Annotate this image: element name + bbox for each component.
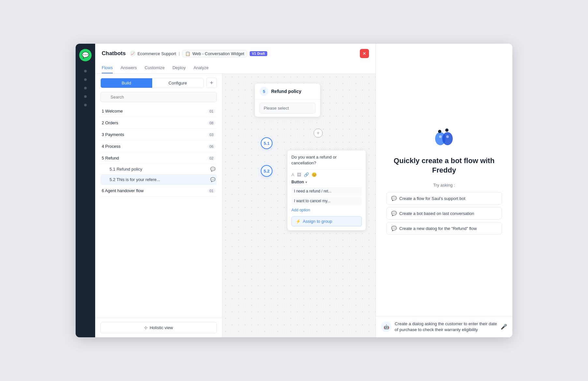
sub-item-name: 5.2 This is for your refere...	[110, 177, 160, 182]
chat-message: Do you want a refund or cancellation?	[291, 154, 362, 166]
breadcrumb-label-2: Web - Conversation Widget	[192, 51, 244, 56]
close-button[interactable]: ✕	[360, 49, 369, 58]
option-1[interactable]: I need a refund / ret...	[291, 187, 362, 195]
search-input[interactable]	[100, 92, 217, 102]
svg-point-4	[439, 135, 442, 138]
node-body: Please select	[255, 99, 320, 117]
flow-item-orders[interactable]: 2 Orders 08	[100, 117, 217, 129]
ecommerce-icon: 📈	[130, 51, 136, 56]
flow-list: 1 Welcome 01 2 Orders 08 3	[95, 105, 222, 318]
flow-item-badge: 01	[208, 189, 215, 193]
svg-point-1	[442, 132, 453, 145]
nav-item-4[interactable]	[84, 95, 87, 98]
node-number: 5	[259, 87, 269, 96]
suggestion-icon-2: 💬	[391, 211, 397, 216]
option-2[interactable]: I want to cancel my...	[291, 197, 362, 205]
tab-answers[interactable]: Answers	[121, 63, 137, 73]
flow-item-name: 3 Payments	[102, 132, 124, 137]
add-flow-button[interactable]: +	[206, 78, 217, 88]
sub-item-name: 5.1 Refund policy	[110, 167, 142, 172]
app-logo[interactable]: 💬	[79, 49, 92, 61]
tab-customize[interactable]: Customize	[145, 63, 165, 73]
add-option-button[interactable]: Add option	[291, 206, 362, 214]
breadcrumb-item-1[interactable]: 📈 Ecommerce Support	[130, 51, 176, 56]
ai-footer-text: Create a dialog asking the customer to e…	[395, 321, 497, 333]
tab-analyze[interactable]: Analyze	[194, 63, 209, 73]
mic-button[interactable]: 🎤	[501, 324, 507, 330]
search-wrapper: 🔍	[95, 92, 222, 105]
breadcrumb: 📈 Ecommerce Support | 📋 Web - Conversati…	[130, 50, 267, 57]
sub-item-5-1[interactable]: 5.1 Refund policy 💬	[100, 164, 217, 175]
node-5-2-label[interactable]: 5.2	[261, 165, 272, 177]
nav-item-2[interactable]	[84, 78, 87, 81]
tab-deploy[interactable]: Deploy	[172, 63, 185, 73]
assign-label: Assign to group	[303, 219, 332, 224]
assign-to-group-button[interactable]: ⚡ Assign to group	[291, 216, 362, 226]
page-title: Chatbots	[102, 50, 126, 57]
node-5-1-label[interactable]: 5.1	[261, 137, 272, 149]
ai-footer-bot-icon: 🤖	[381, 322, 391, 332]
flow-item-badge: 08	[208, 121, 215, 125]
build-button[interactable]: Build	[101, 78, 152, 88]
flow-item-name: 5 Refund	[102, 156, 119, 160]
flow-item-agent-handover[interactable]: 6 Agent handover flow 01	[100, 185, 217, 197]
svg-point-2	[438, 130, 441, 133]
flow-item-name: 4 Process	[102, 144, 121, 149]
link-icon[interactable]: 🔗	[304, 172, 309, 177]
draft-status: Draft	[257, 52, 265, 55]
ai-try-asking: Try asking :	[433, 183, 455, 188]
sub-node-5-2: 5.2	[261, 165, 272, 177]
dropdown-arrow[interactable]: ▾	[305, 180, 307, 184]
nav-item-1[interactable]	[84, 70, 87, 72]
sidebar-footer: ⊹ Holistic view	[95, 318, 222, 337]
flow-item-name: 2 Orders	[102, 120, 118, 125]
image-icon[interactable]: 🖼	[297, 172, 301, 177]
expand-icon: ⊹	[144, 325, 148, 330]
flow-item-badge: 03	[208, 132, 215, 137]
breadcrumb-item-2[interactable]: 📋 Web - Conversation Widget	[182, 50, 247, 57]
plus-icon: +	[316, 130, 319, 136]
flow-item-payments[interactable]: 3 Payments 03	[100, 129, 217, 141]
suggestion-icon-1: 💬	[391, 196, 397, 201]
app-sidebar: 💬	[76, 44, 95, 337]
emoji-icon[interactable]: 😊	[312, 172, 317, 177]
suggestion-icon-3: 💬	[391, 226, 397, 231]
button-row: Button ▾	[291, 180, 362, 184]
close-icon: ✕	[362, 51, 366, 56]
assign-icon: ⚡	[296, 219, 301, 224]
dialog-icon: 💬	[210, 167, 215, 172]
nav-item-5[interactable]	[84, 104, 87, 106]
suggestion-text-1: Create a flow for Saul's support bot	[399, 196, 465, 201]
ai-suggestion-2[interactable]: 💬 Create a bot based on last conversatio…	[386, 207, 502, 220]
search-container: 🔍	[100, 92, 217, 102]
flow-item-welcome[interactable]: 1 Welcome 01	[100, 105, 217, 117]
dialog-icon: 💬	[210, 177, 215, 182]
node-header: 5 Refund policy	[255, 84, 320, 99]
text-icon[interactable]: A	[291, 172, 294, 177]
configure-button[interactable]: Configure	[152, 78, 204, 88]
node-title: Refund policy	[271, 89, 301, 94]
add-node-button[interactable]: +	[314, 129, 323, 138]
flow-item-refund[interactable]: 5 Refund 02	[100, 152, 217, 164]
ai-suggestion-1[interactable]: 💬 Create a flow for Saul's support bot	[386, 192, 502, 205]
ai-panel-body: Quickly create a bot flow with Freddy Tr…	[376, 44, 512, 316]
flow-item-badge: 06	[208, 144, 215, 149]
breadcrumb-label-1: Ecommerce Support	[138, 51, 176, 56]
chat-node-body: Do you want a refund or cancellation? A …	[287, 150, 366, 230]
sub-node-5-1: 5.1	[261, 137, 272, 149]
draft-version: V1	[252, 52, 256, 55]
flow-item-process[interactable]: 4 Process 06	[100, 141, 217, 152]
ai-panel-footer: 🤖 Create a dialog asking the customer to…	[376, 316, 512, 337]
sub-item-5-2[interactable]: 5.2 This is for your refere... 💬	[100, 175, 217, 185]
main-window: 💬 Chatbots 📈 Ecommerce Support |	[76, 44, 512, 337]
nav-item-3[interactable]	[84, 87, 87, 89]
plus-icon: +	[210, 80, 213, 86]
tab-flows[interactable]: Flows	[102, 63, 113, 73]
flow-item-name: 1 Welcome	[102, 109, 123, 114]
select-placeholder[interactable]: Please select	[259, 103, 316, 114]
build-configure-toggle: Build Configure	[100, 78, 204, 88]
holistic-view-button[interactable]: ⊹ Holistic view	[100, 322, 217, 333]
ai-suggestion-3[interactable]: 💬 Create a new dialog for the "Refund" f…	[386, 222, 502, 235]
panel-header: Chatbots 📈 Ecommerce Support | 📋 Web - C…	[95, 44, 375, 74]
chat-toolbar: A 🖼 🔗 😊	[291, 169, 362, 177]
